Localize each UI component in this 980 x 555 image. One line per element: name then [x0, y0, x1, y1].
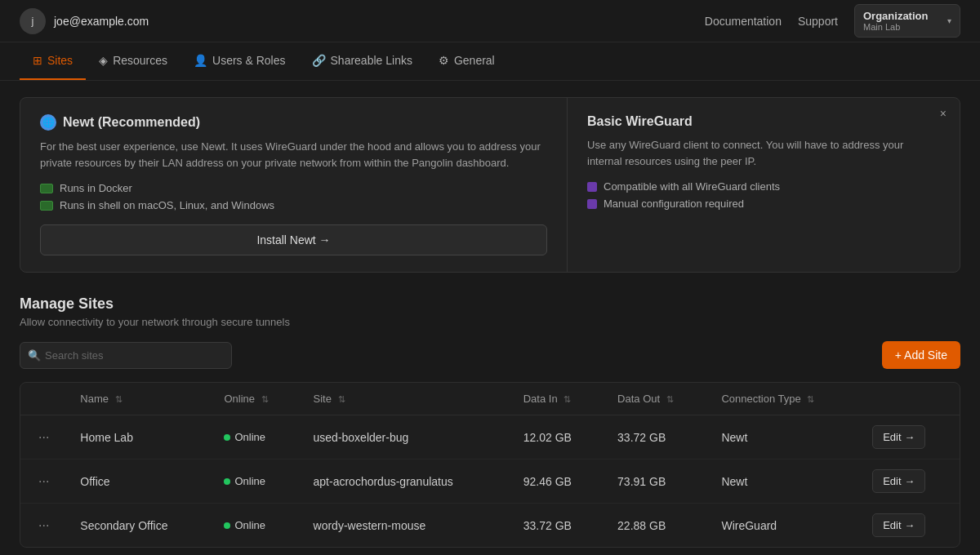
tab-general[interactable]: ⚙ General — [425, 42, 508, 80]
banner-left-title: 🌐 Newt (Recommended) — [40, 114, 547, 131]
gear-icon: ⚙ — [439, 54, 449, 67]
tab-general-label: General — [454, 54, 495, 67]
sort-datain-icon[interactable]: ⇅ — [564, 394, 571, 404]
header-left: j joe@example.com — [20, 8, 149, 34]
cell-dataout-1: 73.91 GB — [604, 460, 708, 504]
manual-icon — [587, 199, 597, 209]
banner-left-panel: 🌐 Newt (Recommended) For the best user e… — [20, 98, 568, 272]
col-site: Site ⇅ — [301, 383, 510, 415]
table-row: ··· Home Lab Online used-boxelder-bug 12… — [20, 415, 960, 460]
cell-online-1: Online — [211, 460, 300, 504]
tab-users-label: Users & Roles — [212, 54, 285, 67]
sort-name-icon[interactable]: ⇅ — [115, 394, 122, 404]
add-site-button[interactable]: + Add Site — [882, 341, 960, 369]
pagination-row: Rows per page 100 50 25 Page 1 of 1 « ‹ … — [20, 548, 960, 555]
documentation-link[interactable]: Documentation — [705, 15, 782, 28]
users-icon: 👤 — [194, 54, 207, 67]
cell-site-2: wordy-western-mouse — [301, 504, 510, 548]
cell-dataout-2: 22.88 GB — [604, 504, 708, 548]
section-description: Allow connectivity to your network throu… — [20, 316, 960, 328]
col-data-in: Data In ⇅ — [510, 383, 604, 415]
org-sub: Main Lab — [863, 22, 942, 32]
resources-icon: ◈ — [99, 54, 108, 67]
install-newt-button[interactable]: Install Newt → — [40, 224, 547, 255]
edit-button-0[interactable]: Edit → — [872, 425, 925, 449]
banner-close-button[interactable]: × — [935, 106, 951, 121]
header-right: Documentation Support Organization Main … — [705, 4, 960, 38]
banner-right-title: Basic WireGuard — [587, 114, 940, 129]
docker-icon — [40, 184, 53, 193]
col-name: Name ⇅ — [67, 383, 211, 415]
cell-online-0: Online — [211, 415, 300, 460]
main-content: × 🌐 Newt (Recommended) For the best user… — [0, 81, 980, 555]
cell-name-1: Office — [67, 460, 211, 504]
user-email: joe@example.com — [54, 15, 149, 28]
banner-right-desc: Use any WireGuard client to connect. You… — [587, 137, 940, 169]
online-label-1: Online — [234, 475, 265, 487]
org-switcher[interactable]: Organization Main Lab ▾ — [854, 4, 960, 38]
wireguard-feature-2: Manual configuration required — [587, 198, 940, 210]
online-dot-0 — [224, 434, 230, 441]
edit-button-1[interactable]: Edit → — [872, 469, 925, 493]
search-icon: 🔍 — [28, 349, 41, 362]
tab-resources-label: Resources — [113, 54, 167, 67]
sort-conntype-icon[interactable]: ⇅ — [807, 394, 814, 404]
compatible-icon — [587, 182, 597, 192]
cell-name-0: Home Lab — [67, 415, 211, 460]
support-link[interactable]: Support — [798, 15, 838, 28]
online-dot-1 — [224, 478, 230, 485]
online-label-2: Online — [234, 519, 265, 531]
banner-right-panel: Basic WireGuard Use any WireGuard client… — [568, 98, 960, 272]
banner-feature-shell: Runs in shell on macOS, Linux, and Windo… — [40, 199, 547, 211]
col-menu — [20, 383, 67, 415]
cell-dataout-0: 33.72 GB — [604, 415, 708, 460]
table-row: ··· Secondary Office Online wordy-wester… — [20, 504, 960, 548]
tab-users-roles[interactable]: 👤 Users & Roles — [180, 42, 298, 80]
row-menu-button-0[interactable]: ··· — [33, 428, 54, 446]
avatar: j — [20, 8, 46, 34]
sites-table-wrap: Name ⇅ Online ⇅ Site ⇅ Data In — [20, 382, 960, 548]
col-actions — [859, 383, 960, 415]
shell-icon — [40, 201, 53, 211]
search-wrap: 🔍 — [20, 342, 232, 369]
row-menu-button-2[interactable]: ··· — [33, 517, 54, 535]
edit-button-2[interactable]: Edit → — [872, 513, 925, 537]
tab-shareable-links[interactable]: 🔗 Shareable Links — [299, 42, 425, 80]
org-switcher-text: Organization Main Lab — [863, 10, 942, 32]
online-dot-2 — [224, 522, 230, 529]
cell-datain-0: 12.02 GB — [510, 415, 604, 460]
newt-banner: × 🌐 Newt (Recommended) For the best user… — [20, 97, 960, 273]
link-icon: 🔗 — [312, 54, 326, 67]
tab-resources[interactable]: ◈ Resources — [86, 42, 180, 80]
table-header-row: Name ⇅ Online ⇅ Site ⇅ Data In — [20, 383, 960, 415]
col-connection-type: Connection Type ⇅ — [708, 383, 859, 415]
cell-datain-1: 92.46 GB — [510, 460, 604, 504]
tab-sites[interactable]: ⊞ Sites — [20, 42, 86, 80]
cell-site-1: apt-acrochordus-granulatus — [301, 460, 510, 504]
online-label-0: Online — [234, 431, 265, 443]
cell-online-2: Online — [211, 504, 300, 548]
tab-sites-label: Sites — [47, 54, 73, 67]
chevron-down-icon: ▾ — [947, 16, 951, 25]
org-name: Organization — [863, 10, 942, 22]
row-menu-button-1[interactable]: ··· — [33, 473, 54, 491]
cell-name-2: Secondary Office — [67, 504, 211, 548]
col-data-out: Data Out ⇅ — [604, 383, 708, 415]
nav-tabs: ⊞ Sites ◈ Resources 👤 Users & Roles 🔗 Sh… — [0, 42, 980, 81]
table-row: ··· Office Online apt-acrochordus-granul… — [20, 460, 960, 504]
sort-online-icon[interactable]: ⇅ — [261, 394, 269, 404]
sort-dataout-icon[interactable]: ⇅ — [666, 394, 674, 404]
cell-conntype-1: Newt — [708, 460, 859, 504]
manage-sites-section: Manage Sites Allow connectivity to your … — [20, 295, 960, 555]
search-input[interactable] — [20, 342, 232, 369]
tab-shareable-label: Shareable Links — [331, 54, 412, 67]
banner-feature-docker: Runs in Docker — [40, 182, 547, 194]
cell-conntype-2: WireGuard — [708, 504, 859, 548]
sort-site-icon[interactable]: ⇅ — [338, 394, 345, 404]
header: j joe@example.com Documentation Support … — [0, 0, 980, 42]
sites-icon: ⊞ — [33, 54, 42, 67]
wireguard-feature-1: Compatible with all WireGuard clients — [587, 180, 940, 193]
cell-site-0: used-boxelder-bug — [301, 415, 510, 460]
sites-table: Name ⇅ Online ⇅ Site ⇅ Data In — [20, 383, 960, 547]
banner-left-desc: For the best user experience, use Newt. … — [40, 139, 547, 171]
